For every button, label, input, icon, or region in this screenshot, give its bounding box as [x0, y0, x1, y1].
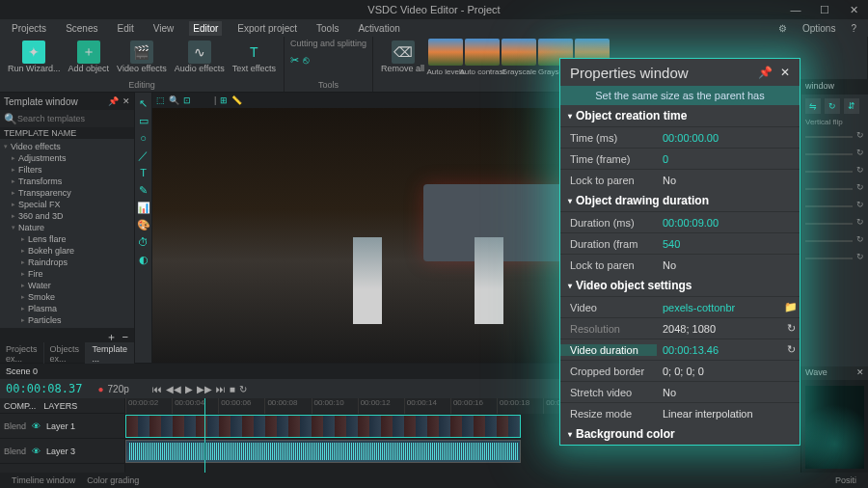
status-timeline[interactable]: Timeline window	[6, 475, 81, 485]
slider-5[interactable]	[805, 200, 864, 213]
palette-tool[interactable]: 🎨	[137, 218, 150, 231]
tree-item[interactable]: ▸ Bokeh glare	[0, 245, 134, 257]
properties-title[interactable]: Properties window 📌✕	[560, 59, 800, 86]
audio-clip[interactable]	[125, 440, 521, 463]
visibility-icon[interactable]: 👁	[32, 447, 41, 456]
prev-frame-icon[interactable]: ⏮	[152, 384, 162, 394]
track-row-2[interactable]: Blend👁Layer 3	[0, 439, 124, 464]
close-icon[interactable]: ✕	[780, 66, 790, 79]
slider-2[interactable]	[805, 148, 864, 161]
tree-item[interactable]: ▸ Filters	[0, 164, 134, 176]
resolution-label[interactable]: 720p	[108, 384, 129, 394]
visibility-icon[interactable]: 👁	[32, 421, 41, 431]
prop-section[interactable]: ▾ Video object settings	[560, 275, 800, 296]
tree-item[interactable]: ▸ Fire	[0, 268, 134, 280]
loop-icon[interactable]: ↻	[239, 384, 247, 394]
slider-4[interactable]	[805, 182, 864, 196]
minimize-button[interactable]: —	[781, 0, 810, 19]
tree-item[interactable]: ▸ Transparency	[0, 187, 134, 199]
video-clip[interactable]	[125, 415, 521, 438]
template-search[interactable]: 🔍	[0, 110, 134, 127]
prop-row[interactable]: Resize modeLinear interpolation	[560, 402, 800, 423]
search-input[interactable]	[17, 114, 130, 123]
tab-template[interactable]: Template ...	[86, 342, 134, 366]
ruler-icon[interactable]: 📏	[231, 95, 242, 105]
remove-template-icon[interactable]: −	[122, 331, 128, 342]
style-grayscale-1[interactable]: Grayscale	[502, 39, 536, 66]
close-panel-icon[interactable]: ✕	[122, 96, 130, 106]
mask-tool[interactable]: ◐	[137, 253, 150, 266]
pointer-tool[interactable]: ↖	[137, 96, 150, 110]
template-tree[interactable]: ▾ Video effects▸ Adjustments▸ Filters▸ T…	[0, 139, 134, 328]
tree-item[interactable]: ▾ Nature	[0, 222, 134, 233]
flip-v-icon[interactable]: ⇵	[844, 98, 859, 114]
stop-icon[interactable]: ■	[230, 384, 235, 394]
run-wizard-button[interactable]: ✦Run Wizard...	[6, 39, 63, 75]
cutting-label[interactable]: Cutting and splitting	[290, 39, 366, 48]
reset-icon[interactable]: ↻	[782, 322, 800, 335]
prop-row[interactable]: Resolution2048; 1080↻	[560, 317, 800, 339]
prop-row[interactable]: Time (ms)00:00:00.00	[560, 126, 800, 148]
menu-view[interactable]: View	[149, 21, 178, 36]
pen-tool[interactable]: ✎	[137, 183, 150, 197]
menu-editor[interactable]: Editor	[189, 21, 222, 36]
slider-7[interactable]	[805, 234, 864, 248]
tree-item[interactable]: ▸ 360 and 3D	[0, 210, 134, 222]
zoom-icon[interactable]: 🔍	[169, 95, 179, 105]
status-color[interactable]: Color grading	[81, 475, 145, 485]
slider-6[interactable]	[805, 217, 864, 230]
play-icon[interactable]: ▶	[185, 384, 193, 394]
style-auto-contrast[interactable]: Auto contrast	[465, 39, 500, 66]
tree-item[interactable]: ▾ Video effects	[0, 141, 134, 152]
fit-icon[interactable]: ⊡	[183, 95, 191, 105]
menu-activation[interactable]: Activation	[354, 21, 403, 36]
rotate-icon[interactable]: ↻	[825, 98, 840, 114]
tree-item[interactable]: ▸ Water	[0, 280, 134, 291]
pin-icon[interactable]: 📌	[108, 96, 119, 106]
tab-objects[interactable]: Objects ex...	[44, 342, 87, 366]
prop-section[interactable]: ▾ Background color	[560, 423, 800, 445]
split-icon[interactable]: ⎋	[303, 54, 310, 67]
line-tool[interactable]: ／	[137, 149, 150, 162]
help-icon[interactable]: ?	[847, 21, 860, 36]
browse-icon[interactable]: 📁	[782, 301, 800, 313]
next-frame-icon[interactable]: ⏭	[216, 384, 226, 394]
tree-item[interactable]: ▸ Plasma	[0, 303, 134, 314]
close-wave-icon[interactable]: ✕	[856, 367, 864, 377]
remove-all-button[interactable]: ⌫Remove all	[379, 39, 426, 75]
tree-item[interactable]: ▸ Special FX	[0, 199, 134, 210]
slider-8[interactable]	[805, 252, 864, 265]
tree-item[interactable]: ▸ Transforms	[0, 176, 134, 187]
scene-tab[interactable]: Scene 0	[6, 366, 38, 376]
prop-section[interactable]: ▾ Object drawing duration	[560, 190, 800, 211]
tree-item[interactable]: ▸ Lens flare	[0, 233, 134, 245]
playhead[interactable]	[204, 398, 205, 473]
prop-row[interactable]: Video duration00:00:13.46↻	[560, 339, 800, 360]
prop-row[interactable]: Videopexels-cottonbr📁	[560, 296, 800, 317]
slider-1[interactable]	[805, 130, 864, 144]
record-icon[interactable]: ●	[97, 384, 103, 394]
pin-icon[interactable]: 📌	[758, 66, 773, 79]
crop-icon[interactable]: ⬚	[156, 95, 165, 105]
tab-projects[interactable]: Projects ex...	[0, 342, 44, 366]
step-fwd-icon[interactable]: ▶▶	[197, 384, 212, 394]
flip-h-icon[interactable]: ⇋	[805, 98, 821, 114]
prop-row[interactable]: Stretch videoNo	[560, 381, 800, 402]
close-button[interactable]: ✕	[839, 0, 868, 19]
layers-label[interactable]: LAYERS	[43, 401, 77, 411]
menu-edit[interactable]: Edit	[113, 21, 137, 36]
rect-tool[interactable]: ▭	[137, 114, 150, 127]
comp-label[interactable]: COMP...	[4, 401, 36, 411]
grid-icon[interactable]: ⊞	[220, 95, 228, 105]
options-label[interactable]: Options	[799, 21, 839, 36]
menu-scenes[interactable]: Scenes	[62, 21, 101, 36]
tree-item[interactable]: ▸ Raindrops	[0, 257, 134, 268]
tree-item[interactable]: ▸ Smoke	[0, 291, 134, 303]
menu-tools[interactable]: Tools	[312, 21, 342, 36]
audio-effects-button[interactable]: ∿Audio effects	[173, 39, 227, 75]
prop-row[interactable]: Cropped border0; 0; 0; 0	[560, 360, 800, 381]
menu-projects[interactable]: Projects	[8, 21, 50, 36]
counter-tool[interactable]: ⏱	[137, 235, 150, 249]
prop-row[interactable]: Duration (fram540	[560, 232, 800, 254]
prop-row[interactable]: Lock to parenNo	[560, 254, 800, 275]
